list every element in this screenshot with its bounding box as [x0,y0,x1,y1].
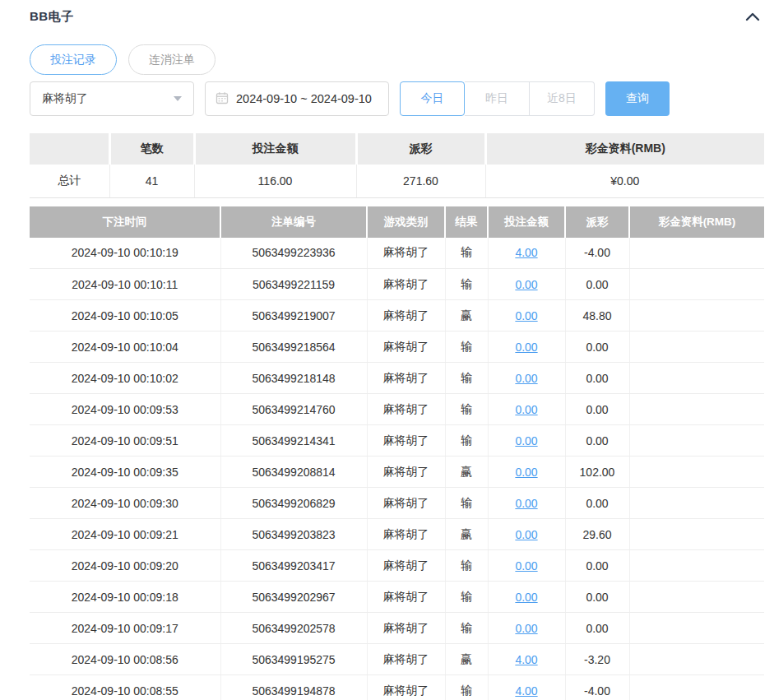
table-row: 2024-09-10 00:08:56 5063499195275 麻将胡了 赢… [30,644,764,675]
summary-total-payout: 271.60 [356,165,485,197]
record-tabs: 投注记录 连消注单 [30,44,764,75]
cell-order-id: 5063499194878 [220,675,367,700]
cell-order-id: 5063499203417 [220,550,367,582]
summary-total-label: 总计 [30,165,109,197]
summary-header-row: 笔数 投注金额 派彩 彩金资料(RMB) [30,133,764,165]
bet-amount-link[interactable]: 0.00 [515,591,537,604]
cell-bet-amount: 0.00 [488,519,565,550]
cell-payout: 0.00 [565,363,629,394]
cell-payout: -3.20 [565,644,629,675]
table-row: 2024-09-10 00:09:18 5063499202967 麻将胡了 输… [30,582,764,613]
cell-bet-amount: 0.00 [488,300,565,331]
cell-bet-amount: 4.00 [488,238,565,269]
date-range-value: 2024-09-10 ~ 2024-09-10 [236,92,372,105]
cell-bet-time: 2024-09-10 00:10:05 [30,300,220,331]
bet-table: 下注时间 注单编号 游戏类别 结果 投注金额 派彩 彩金资料(RMB) 2024… [30,206,764,700]
cell-payout: 0.00 [565,394,629,425]
cell-payout: -4.00 [565,238,629,269]
bet-amount-link[interactable]: 0.00 [515,622,537,635]
query-button[interactable]: 查询 [605,81,670,116]
bet-amount-link[interactable]: 0.00 [515,278,537,291]
filter-bar: 麻将胡了 2024-09-10 ~ 2024-09-10 今日 昨日 近8日 查… [30,81,764,116]
today-button[interactable]: 今日 [400,81,465,116]
bet-amount-link[interactable]: 0.00 [515,372,537,385]
cell-bonus [629,550,764,582]
cell-order-id: 5063499219007 [220,300,367,331]
summary-header-bet-amount: 投注金额 [194,133,356,165]
tab-bet-records-label: 投注记录 [50,53,96,67]
table-row: 2024-09-10 00:10:19 5063499223936 麻将胡了 输… [30,238,764,269]
cell-bet-amount: 0.00 [488,363,565,394]
table-row: 2024-09-10 00:10:02 5063499218148 麻将胡了 输… [30,363,764,394]
table-row: 2024-09-10 00:09:30 5063499206829 麻将胡了 输… [30,488,764,519]
date-range-input[interactable]: 2024-09-10 ~ 2024-09-10 [205,81,389,116]
cell-bonus [629,300,764,331]
bet-amount-link[interactable]: 4.00 [515,246,537,259]
tab-bet-records[interactable]: 投注记录 [30,44,117,75]
bet-amount-link[interactable]: 4.00 [515,684,537,698]
header-bet-time: 下注时间 [30,206,220,238]
yesterday-button[interactable]: 昨日 [465,81,530,116]
last-8-days-button[interactable]: 近8日 [530,81,595,116]
cell-game-type: 麻将胡了 [367,363,445,394]
cell-game-type: 麻将胡了 [367,425,445,457]
cell-bonus [629,331,764,363]
cell-payout: 0.00 [565,488,629,519]
tab-cancelled-orders-label: 连消注单 [149,53,195,67]
cell-bonus [629,644,764,675]
bet-amount-link[interactable]: 0.00 [515,559,537,573]
summary-total-row: 总计 41 116.00 271.60 ¥0.00 [30,165,764,197]
cell-payout: 102.00 [565,457,629,488]
cell-game-type: 麻将胡了 [367,457,445,488]
cell-bet-time: 2024-09-10 00:09:35 [30,457,220,488]
cell-result: 输 [445,331,488,363]
cell-bet-amount: 0.00 [488,425,565,457]
cell-bet-amount: 4.00 [488,675,565,700]
header-bonus: 彩金资料(RMB) [629,206,764,238]
cell-bet-amount: 0.00 [488,550,565,582]
cell-order-id: 5063499206829 [220,488,367,519]
cell-game-type: 麻将胡了 [367,675,445,700]
cell-payout: 0.00 [565,550,629,582]
cell-bonus [629,269,764,300]
cell-bet-time: 2024-09-10 00:09:21 [30,519,220,550]
bet-amount-link[interactable]: 4.00 [515,653,537,666]
bet-amount-link[interactable]: 0.00 [515,497,537,510]
table-row: 2024-09-10 00:09:20 5063499203417 麻将胡了 输… [30,550,764,582]
cell-game-type: 麻将胡了 [367,582,445,613]
bet-amount-link[interactable]: 0.00 [515,528,537,541]
game-select-value: 麻将胡了 [42,91,88,106]
table-row: 2024-09-10 00:08:55 5063499194878 麻将胡了 输… [30,675,764,700]
bet-records-panel: BB电子 投注记录 连消注单 麻将胡了 2024-09-10 ~ 2024-09… [0,0,774,700]
bet-amount-link[interactable]: 0.00 [515,434,537,447]
bet-amount-link[interactable]: 0.00 [515,466,537,479]
tab-cancelled-orders[interactable]: 连消注单 [128,44,216,75]
game-select[interactable]: 麻将胡了 [30,81,194,116]
cell-order-id: 5063499223936 [220,238,367,269]
bet-amount-link[interactable]: 0.00 [515,403,537,416]
bet-amount-link[interactable]: 0.00 [515,341,537,354]
bet-amount-link[interactable]: 0.00 [515,309,537,322]
table-row: 2024-09-10 00:10:05 5063499219007 麻将胡了 赢… [30,300,764,331]
cell-bonus [629,675,764,700]
cell-bet-time: 2024-09-10 00:10:04 [30,331,220,363]
cell-bet-time: 2024-09-10 00:10:02 [30,363,220,394]
table-row: 2024-09-10 00:09:53 5063499214760 麻将胡了 输… [30,394,764,425]
cell-order-id: 5063499214341 [220,425,367,457]
calendar-icon [216,91,229,107]
chevron-down-icon [174,96,182,101]
cell-payout: 29.60 [565,519,629,550]
cell-result: 赢 [445,519,488,550]
cell-result: 输 [445,238,488,269]
collapse-button[interactable] [741,9,764,24]
summary-total-bonus: ¥0.00 [485,165,764,197]
cell-bonus [629,613,764,644]
cell-bet-time: 2024-09-10 00:09:51 [30,425,220,457]
summary-total-bet-amount: 116.00 [194,165,356,197]
cell-bet-time: 2024-09-10 00:10:11 [30,269,220,300]
summary-header-count: 笔数 [109,133,194,165]
cell-game-type: 麻将胡了 [367,644,445,675]
cell-result: 输 [445,488,488,519]
cell-result: 输 [445,550,488,582]
header-result: 结果 [445,206,488,238]
